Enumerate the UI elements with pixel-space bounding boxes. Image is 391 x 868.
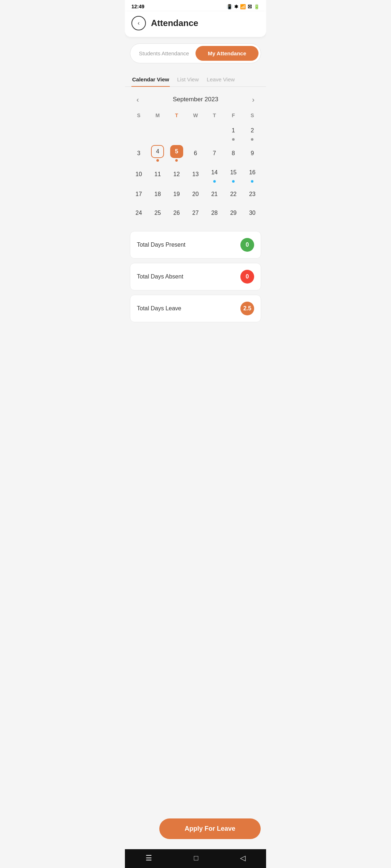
total-days-present-card: Total Days Present 0 [130, 231, 261, 259]
calendar-month-label: September 2023 [173, 96, 218, 103]
cal-day-22[interactable]: 22 [224, 185, 243, 204]
cal-day-11[interactable]: 11 [148, 164, 167, 185]
bluetooth-icon: ✱ [234, 4, 238, 9]
present-badge: 0 [240, 238, 254, 252]
cal-empty-3 [167, 122, 186, 143]
cal-day-8[interactable]: 8 [224, 143, 243, 164]
cal-day-27[interactable]: 27 [186, 204, 205, 222]
leave-label: Total Days Leave [137, 305, 181, 312]
view-tabs: Calendar View List View Leave View [125, 67, 266, 87]
cal-day-2[interactable]: 2 [243, 122, 262, 143]
cal-day-25[interactable]: 25 [148, 204, 167, 222]
cal-day-21[interactable]: 21 [205, 185, 224, 204]
back-button[interactable]: ‹ [131, 16, 146, 30]
cal-empty-4 [186, 122, 205, 143]
tab-leave-view[interactable]: Leave View [206, 73, 235, 87]
tab-calendar-view[interactable]: Calendar View [131, 73, 170, 87]
cal-day-18[interactable]: 18 [148, 185, 167, 204]
cal-day-3[interactable]: 3 [129, 143, 148, 164]
cal-empty-5 [205, 122, 224, 143]
cal-day-26[interactable]: 26 [167, 204, 186, 222]
absent-badge: 0 [240, 270, 254, 284]
cal-day-12[interactable]: 12 [167, 164, 186, 185]
page-title: Attendance [151, 18, 198, 28]
cal-day-14[interactable]: 14 [205, 164, 224, 185]
next-month-button[interactable]: › [248, 94, 258, 105]
stats-section: Total Days Present 0 Total Days Absent 0… [125, 226, 266, 322]
cal-day-29[interactable]: 29 [224, 204, 243, 222]
calendar-nav: ‹ September 2023 › [129, 92, 262, 110]
cal-day-17[interactable]: 17 [129, 185, 148, 204]
leave-badge: 2.5 [240, 302, 254, 315]
cal-day-5-today[interactable]: 5 [167, 143, 186, 164]
cal-day-9[interactable]: 9 [243, 143, 262, 164]
cal-day-23[interactable]: 23 [243, 185, 262, 204]
day-header-fri: F [224, 110, 243, 122]
cal-empty-2 [148, 122, 167, 143]
cal-day-4[interactable]: 4 [148, 143, 167, 164]
cal-day-19[interactable]: 19 [167, 185, 186, 204]
my-attendance-tab[interactable]: My Attendance [196, 46, 258, 61]
cal-day-13[interactable]: 13 [186, 164, 205, 185]
vibrate-icon: 📳 [227, 4, 232, 9]
calendar: ‹ September 2023 › S M T W T F S 1 2 3 4 [125, 87, 266, 226]
cal-day-6[interactable]: 6 [186, 143, 205, 164]
tab-list-view[interactable]: List View [176, 73, 199, 87]
day-header-sat: S [243, 110, 262, 122]
time: 12:49 [131, 4, 144, 9]
header: ‹ Attendance [125, 12, 266, 37]
cal-day-15[interactable]: 15 [224, 164, 243, 185]
day-header-tue: T [167, 110, 186, 122]
cal-day-1[interactable]: 1 [224, 122, 243, 143]
day-header-mon: M [148, 110, 167, 122]
cal-empty-1 [129, 122, 148, 143]
absent-label: Total Days Absent [137, 273, 183, 280]
status-icons: 📳 ✱ 📶 ☒ 🔋 [227, 4, 260, 9]
status-bar: 12:49 📳 ✱ 📶 ☒ 🔋 [125, 0, 266, 12]
cal-day-16[interactable]: 16 [243, 164, 262, 185]
present-label: Total Days Present [137, 242, 185, 248]
cal-day-20[interactable]: 20 [186, 185, 205, 204]
battery-icon: 🔋 [254, 4, 260, 9]
prev-month-button[interactable]: ‹ [133, 94, 143, 105]
total-days-absent-card: Total Days Absent 0 [130, 263, 261, 290]
cal-day-10[interactable]: 10 [129, 164, 148, 185]
signal-icon: ☒ [248, 4, 252, 9]
cal-day-28[interactable]: 28 [205, 204, 224, 222]
total-days-leave-card: Total Days Leave 2.5 [130, 295, 261, 322]
day-header-wed: W [186, 110, 205, 122]
cal-day-24[interactable]: 24 [129, 204, 148, 222]
attendance-toggle: Students Attendance My Attendance [130, 43, 261, 63]
day-header-thu: T [205, 110, 224, 122]
calendar-grid: S M T W T F S 1 2 3 4 5 [129, 110, 262, 222]
cal-day-7[interactable]: 7 [205, 143, 224, 164]
cal-day-30[interactable]: 30 [243, 204, 262, 222]
day-header-sun: S [129, 110, 148, 122]
wifi-icon: 📶 [240, 4, 246, 9]
students-attendance-tab[interactable]: Students Attendance [133, 46, 196, 61]
